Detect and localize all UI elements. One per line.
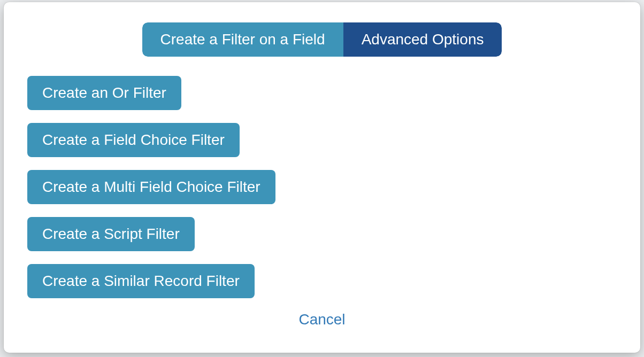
cancel-row: Cancel — [27, 311, 617, 328]
tab-create-filter-on-field[interactable]: Create a Filter on a Field — [142, 22, 343, 57]
create-or-filter-button[interactable]: Create an Or Filter — [27, 76, 181, 110]
create-field-choice-filter-button[interactable]: Create a Field Choice Filter — [27, 123, 240, 157]
create-multi-field-choice-filter-button[interactable]: Create a Multi Field Choice Filter — [27, 170, 275, 204]
tab-advanced-options[interactable]: Advanced Options — [343, 22, 502, 57]
filter-create-modal: Create a Filter on a Field Advanced Opti… — [4, 2, 640, 353]
create-script-filter-button[interactable]: Create a Script Filter — [27, 217, 195, 251]
advanced-options-list: Create an Or Filter Create a Field Choic… — [27, 76, 617, 298]
create-similar-record-filter-button[interactable]: Create a Similar Record Filter — [27, 264, 255, 298]
tab-group: Create a Filter on a Field Advanced Opti… — [142, 22, 502, 57]
tab-row: Create a Filter on a Field Advanced Opti… — [27, 22, 617, 57]
cancel-link[interactable]: Cancel — [298, 311, 345, 328]
